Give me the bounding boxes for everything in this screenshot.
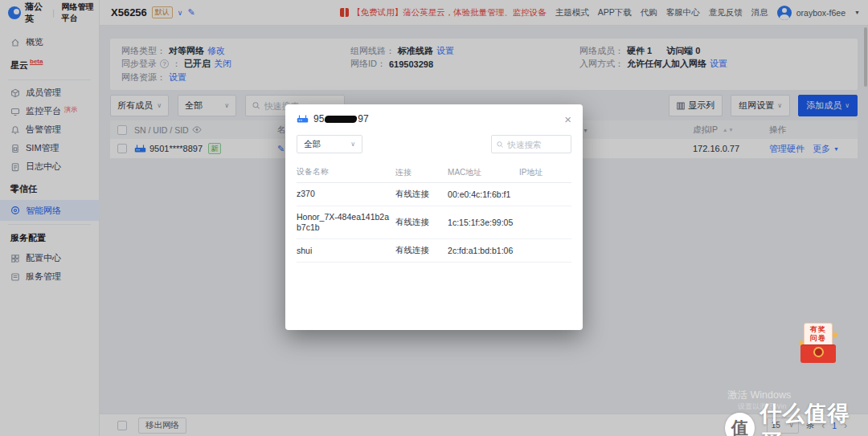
connection-type: 有线连接 — [395, 245, 448, 256]
connection-type: 有线连接 — [395, 217, 448, 228]
redaction-bar — [325, 116, 358, 123]
device-row: Honor_7X-484ea141b2ab7c1b 有线连接 1c:15:1f:… — [297, 206, 571, 239]
device-name: shui — [297, 246, 395, 256]
survey-red-envelope-widget[interactable]: 有奖 问卷 — [799, 323, 837, 363]
column-mac: MAC地址 — [448, 167, 519, 178]
column-connection: 连接 — [395, 167, 448, 178]
device-name: Honor_7X-484ea141b2ab7c1b — [297, 212, 395, 233]
modal-filter-select[interactable]: 全部 ∨ — [297, 135, 362, 153]
device-row: shui 有线连接 2c:fd:a1:bd:b1:06 — [297, 239, 571, 263]
chevron-down-icon: ∨ — [350, 141, 355, 148]
mac-address: 2c:fd:a1:bd:b1:06 — [448, 246, 519, 255]
modal-search-input[interactable] — [507, 140, 566, 149]
selected-value: 全部 — [304, 139, 321, 150]
device-list-modal: 95 97 × 全部 ∨ 设备名称 连接 MAC地址 IP地址 z370 有线连… — [285, 104, 583, 330]
router-icon — [297, 114, 309, 124]
modal-toolbar: 全部 ∨ — [285, 133, 583, 153]
device-table-header: 设备名称 连接 MAC地址 IP地址 — [297, 163, 571, 183]
sn-suffix: 97 — [358, 113, 368, 124]
column-device-name: 设备名称 — [297, 167, 395, 178]
device-row: z370 有线连接 00:e0:4c:1f:6b:f1 — [297, 183, 571, 206]
survey-text-line2: 问卷 — [810, 334, 826, 343]
column-ip: IP地址 — [519, 167, 571, 178]
device-name: z370 — [297, 189, 395, 199]
search-icon — [497, 141, 503, 149]
modal-search-box — [491, 135, 571, 153]
modal-header: 95 97 × — [285, 104, 583, 133]
coin-dot — [833, 332, 837, 337]
device-table: 设备名称 连接 MAC地址 IP地址 z370 有线连接 00:e0:4c:1f… — [297, 163, 571, 263]
connection-type: 有线连接 — [395, 189, 448, 200]
sn-prefix: 95 — [313, 113, 324, 124]
smzdm-watermark-text: 什么值得买 — [760, 399, 868, 436]
close-icon[interactable]: × — [564, 113, 571, 125]
mac-address: 00:e0:4c:1f:6b:f1 — [448, 189, 519, 199]
modal-title: 95 97 — [313, 113, 369, 124]
smzdm-watermark: 值 什么值得买 — [725, 399, 868, 436]
survey-text-line1: 有奖 — [810, 325, 826, 334]
mac-address: 1c:15:1f:3e:99:05 — [448, 218, 519, 227]
envelope-seal — [813, 347, 824, 357]
smzdm-logo-icon: 值 — [725, 413, 755, 436]
